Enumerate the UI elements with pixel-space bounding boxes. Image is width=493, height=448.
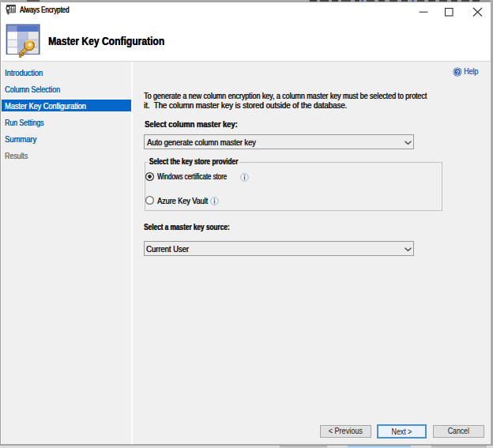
svg-text:?: ? bbox=[456, 68, 460, 75]
